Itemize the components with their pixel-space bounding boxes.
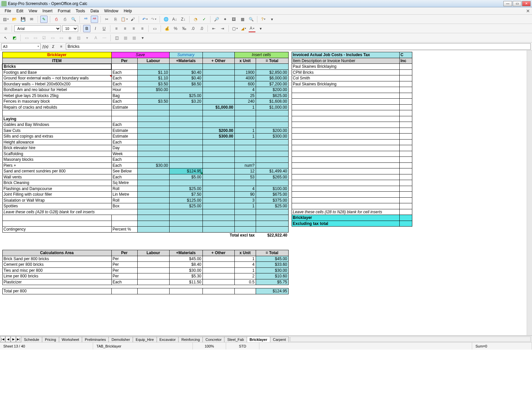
justify-button[interactable]: ≡ <box>139 25 146 32</box>
name-box[interactable]: A3 ▾ <box>1 43 41 50</box>
menu-edit[interactable]: Edit <box>14 8 26 14</box>
sheet-tab-concretor[interactable]: Concretor <box>202 337 224 342</box>
merge-button[interactable]: ▭ <box>151 25 158 32</box>
email-button[interactable]: ✉ <box>28 16 35 23</box>
currency-button[interactable]: 💰 <box>163 25 171 32</box>
preview-button[interactable]: 🔍 <box>70 16 77 23</box>
show-draw-button[interactable]: ✓ <box>200 16 208 23</box>
checkbox-control[interactable]: ☑ <box>40 34 48 42</box>
more-controls[interactable]: ⋯ <box>101 34 108 42</box>
save-button[interactable]: 💾 <box>19 16 27 23</box>
doc-close-button[interactable]: ✕ <box>526 8 530 14</box>
italic-button[interactable]: I <box>92 25 99 32</box>
sheet-tab-schedule[interactable]: Schedule <box>21 337 42 342</box>
tab-last-button[interactable]: ▶| <box>16 336 21 342</box>
underline-button[interactable]: U <box>100 25 108 32</box>
find-button[interactable]: 🔎 <box>213 16 220 23</box>
sheet-tab-pricing[interactable]: Pricing <box>42 337 59 342</box>
fontcolor-button[interactable]: A <box>248 25 256 32</box>
horizontal-scrollbar[interactable] <box>290 337 531 342</box>
form-design-button[interactable]: ◫ <box>113 34 120 42</box>
toolbar2-more-icon[interactable]: ▾ <box>257 25 264 32</box>
font-name-select[interactable]: Arial <box>14 25 61 32</box>
spellcheck-button[interactable]: ᴬᴮ <box>82 16 89 23</box>
menu-insert[interactable]: Insert <box>40 8 55 14</box>
decrease-indent-button[interactable]: ⇤ <box>210 25 217 32</box>
align-left-button[interactable]: ≡ <box>113 25 120 32</box>
redo-button[interactable]: ↷ <box>150 16 157 23</box>
open-button[interactable]: 📂 <box>11 16 18 23</box>
form-nav-button[interactable]: ▦ <box>122 34 129 42</box>
paste-button[interactable]: 📋 <box>120 16 128 23</box>
remove-decimal-button[interactable]: .0 <box>198 25 205 32</box>
undo-button[interactable]: ↶ <box>141 16 149 23</box>
copy-button[interactable]: ⎘ <box>112 16 119 23</box>
formula-input[interactable] <box>66 43 531 50</box>
control1[interactable]: ▭ <box>23 34 30 42</box>
sheet-tab-demolisher[interactable]: Demolisher <box>108 337 133 342</box>
bgcolor-button[interactable]: ◢ <box>240 25 247 32</box>
menu-window[interactable]: Window <box>101 8 121 14</box>
menu-format[interactable]: Format <box>55 8 73 14</box>
sheet-tab-worksheet[interactable]: Worksheet <box>59 337 82 342</box>
format-paintbrush-button[interactable]: 🖌 <box>129 16 136 23</box>
insert-cells-button[interactable]: Insert cells <box>234 52 288 58</box>
menu-data[interactable]: Data <box>88 8 101 14</box>
print-button[interactable]: ⎙ <box>61 16 68 23</box>
combo-control[interactable]: ▾ <box>83 34 91 42</box>
sheet-tab-excavator[interactable]: Excavator <box>157 337 179 342</box>
form-nav2-button[interactable]: ▦ <box>130 34 138 42</box>
styles-button[interactable]: ⎚ <box>2 25 9 32</box>
align-center-button[interactable]: ≡ <box>121 25 129 32</box>
percent-button[interactable]: % <box>172 25 179 32</box>
edit-mode-button[interactable]: ✎ <box>40 16 48 23</box>
sheet-tab-reinforcing[interactable]: Reinforcing <box>178 337 203 342</box>
design-mode-button[interactable]: ◩ <box>11 34 18 42</box>
zoom-button[interactable]: 🔍 <box>247 16 255 23</box>
vertical-scrollbar[interactable] <box>527 50 532 335</box>
add-decimal-button[interactable]: .0 <box>189 25 197 32</box>
sort-asc-button[interactable]: A↓ <box>171 16 178 23</box>
autospell-button[interactable]: ᴬᴮ <box>91 16 98 23</box>
sum-button[interactable]: Σ <box>50 43 57 50</box>
borders-button[interactable]: ▢ <box>231 25 238 32</box>
tab-prev-button[interactable]: ◀ <box>5 336 11 342</box>
increase-indent-button[interactable]: ⇥ <box>219 25 226 32</box>
new-doc-button[interactable]: ▤ <box>2 16 9 23</box>
hyperlink-button[interactable]: 🌐 <box>162 16 170 23</box>
menu-file[interactable]: File <box>2 8 14 14</box>
export-pdf-button[interactable]: ⎙ <box>53 16 60 23</box>
cut-button[interactable]: ✂ <box>103 16 110 23</box>
equals-button[interactable]: = <box>58 43 65 50</box>
sort-desc-button[interactable]: Z↓ <box>180 16 187 23</box>
sheet-tab-equip_hire[interactable]: Equip_Hire <box>133 337 157 342</box>
toolbar-more-icon[interactable]: ▾ <box>268 16 276 23</box>
menu-tools[interactable]: Tools <box>73 8 88 14</box>
close-button[interactable]: ✕ <box>522 1 531 6</box>
datasources-button[interactable]: ▦ <box>239 16 246 23</box>
function-wizard-button[interactable]: ƒ(x) <box>42 43 49 50</box>
bold-button[interactable]: B <box>83 25 90 32</box>
tab-first-button[interactable]: |◀ <box>0 336 5 342</box>
sheet-tab-preliminaries[interactable]: Preliminaries <box>82 337 109 342</box>
status-zoom[interactable]: 100% <box>193 343 226 350</box>
menu-view[interactable]: View <box>26 8 40 14</box>
main-table[interactable]: Bricklayer Save Summary Insert cells Inv… <box>2 52 412 294</box>
label-control[interactable]: A <box>92 34 99 42</box>
sheet-tab-carpent[interactable]: Carpent <box>270 337 289 342</box>
gallery-button[interactable]: 🖼 <box>230 16 237 23</box>
align-right-button[interactable]: ≡ <box>130 25 137 32</box>
listbox-control[interactable]: ▤ <box>75 34 82 42</box>
sheet-tab-steel_fab[interactable]: Steel_Fab <box>224 337 247 342</box>
control2[interactable]: ▭ <box>32 34 39 42</box>
spreadsheet-grid[interactable]: Bricklayer Save Summary Insert cells Inv… <box>0 50 532 336</box>
chart-button[interactable]: ◔ <box>192 16 199 23</box>
button-control[interactable]: ▭ <box>58 34 65 42</box>
navigator-button[interactable]: ✦ <box>221 16 229 23</box>
font-size-select[interactable]: 10 <box>62 25 78 32</box>
save-macro-button[interactable]: Save <box>111 52 169 58</box>
number-button[interactable]: ‰ <box>181 25 188 32</box>
summary-button[interactable]: Summary <box>169 52 202 58</box>
sheet-tab-bricklayer[interactable]: Bricklayer <box>247 337 270 342</box>
textbox-control[interactable]: ▭ <box>49 34 56 42</box>
